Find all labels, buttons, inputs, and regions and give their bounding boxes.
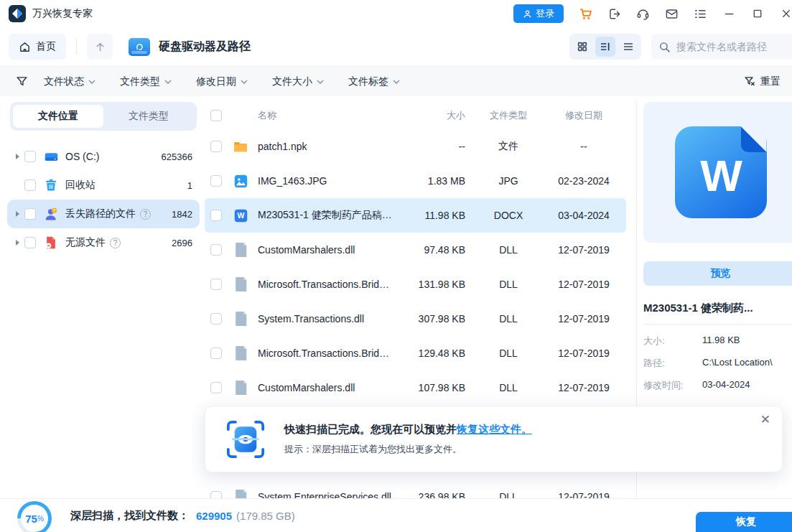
filter-label: 文件类型	[120, 75, 160, 88]
close-icon[interactable]	[779, 6, 792, 21]
list-detail-view-icon[interactable]	[595, 37, 615, 57]
dll-file-icon	[232, 276, 249, 292]
minimize-icon[interactable]	[722, 6, 736, 21]
row-checkbox[interactable]	[210, 175, 222, 187]
table-row[interactable]: IMG_1463.JPG1.83 MBJPG02-23-2024	[205, 164, 626, 198]
menu-list-icon[interactable]	[693, 6, 707, 21]
table-row[interactable]: CustomMarshalers.dll107.98 KBDLL12-07-20…	[205, 370, 626, 405]
detail-row: 路径:C:\Lost Location\	[643, 357, 792, 370]
login-button[interactable]: 登录	[513, 4, 564, 23]
view-toggle-group	[569, 34, 641, 60]
detail-label: 大小:	[643, 335, 702, 347]
chevron-down-icon	[88, 80, 95, 84]
chevron-down-icon	[241, 80, 248, 84]
banner-close-icon[interactable]: ✕	[760, 414, 770, 426]
cell-name: Microsoft.Transactions.Bridge.Dtc....	[258, 279, 393, 290]
preview-button[interactable]: 预览	[643, 261, 792, 286]
help-icon[interactable]: ?	[110, 238, 121, 248]
sidebar-item-2[interactable]: ?丢失路径的文件?1842	[7, 200, 200, 228]
chevron-down-icon	[317, 80, 324, 84]
cell-name: patch1.npk	[258, 141, 393, 152]
file-details: 大小:11.98 KB路径:C:\Lost Location\修改时间:03-0…	[643, 335, 792, 392]
titlebar-actions: 登录	[513, 4, 785, 23]
table-row[interactable]: Microsoft.Transactions.Bridge.Dtc....131…	[205, 267, 626, 302]
app-window: 万兴恢复专家 登录	[0, 0, 792, 532]
detail-label: 路径:	[643, 357, 702, 370]
table-row[interactable]: WM230531-1 健荣制药产品稿A 13V1...11.98 KBDOCX0…	[205, 198, 626, 233]
cell-type: DLL	[475, 347, 541, 359]
sidebar: 文件位置 文件类型 OS (C:)625366回收站1?丢失路径的文件?1842…	[7, 102, 200, 257]
filter-dropdown-1[interactable]: 文件类型	[120, 75, 172, 88]
column-date[interactable]: 修改日期	[541, 109, 626, 122]
sidebar-item-0[interactable]: OS (C:)625366	[7, 142, 200, 171]
recover-button[interactable]: 恢复	[696, 512, 792, 532]
banner-text: 快速扫描已完成。您现在可以预览并恢复这些文件。 提示：深层扫描正试着为您找出更多…	[284, 423, 532, 456]
cart-icon[interactable]	[578, 6, 592, 21]
item-checkbox[interactable]	[24, 179, 36, 191]
table-header: 名称 大小 文件类型 修改日期	[205, 102, 626, 129]
expand-arrow-icon[interactable]	[13, 240, 22, 246]
tab-file-location[interactable]: 文件位置	[13, 105, 103, 128]
table-row[interactable]: CustomMarshalers.dll97.48 KBDLL12-07-201…	[205, 233, 626, 267]
filter-label: 文件状态	[44, 75, 84, 88]
expand-arrow-icon[interactable]	[13, 211, 22, 217]
table-row[interactable]: System.EnterpriseServices.dll236.98 KBDL…	[205, 480, 626, 498]
row-checkbox[interactable]	[210, 141, 222, 152]
item-checkbox[interactable]	[24, 237, 36, 248]
item-label: 回收站	[65, 179, 95, 192]
detail-value: 03-04-2024	[702, 379, 750, 392]
sidebar-item-3[interactable]: 无源文件?2696	[7, 228, 200, 257]
maximize-icon[interactable]	[750, 6, 765, 21]
filter-label: 修改日期	[196, 75, 236, 88]
mail-icon[interactable]	[664, 6, 679, 21]
table-row[interactable]: System.Transactions.dll307.98 KBDLL12-07…	[205, 302, 626, 336]
list-view-icon[interactable]	[618, 37, 638, 57]
found-file-count: 629905	[196, 510, 232, 522]
tab-file-type[interactable]: 文件类型	[103, 105, 194, 128]
cell-date: 12-07-2019	[541, 313, 626, 325]
sidebar-tabs: 文件位置 文件类型	[10, 102, 197, 131]
sidebar-item-1[interactable]: 回收站1	[7, 171, 200, 200]
support-headset-icon[interactable]	[635, 6, 650, 21]
grid-view-icon[interactable]	[572, 37, 592, 57]
export-icon[interactable]	[607, 6, 621, 21]
navigate-up-button[interactable]	[87, 34, 113, 60]
cell-size: 236.98 KB	[393, 491, 465, 498]
search-input[interactable]	[676, 41, 777, 52]
banner-message: 快速扫描已完成。您现在可以预览并	[284, 423, 457, 435]
row-checkbox[interactable]	[210, 313, 222, 325]
row-checkbox[interactable]	[210, 244, 222, 256]
row-checkbox[interactable]	[210, 210, 222, 221]
item-count: 625366	[162, 151, 192, 162]
filter-dropdown-3[interactable]: 文件大小	[272, 75, 324, 88]
table-row[interactable]: patch1.npk--文件--	[205, 129, 626, 164]
item-checkbox[interactable]	[24, 208, 36, 220]
scan-eye-icon	[225, 419, 266, 459]
reset-filters-button[interactable]: 重置	[744, 75, 781, 88]
column-size[interactable]: 大小	[393, 109, 465, 122]
cell-date: 12-07-2019	[541, 244, 626, 256]
recover-files-link[interactable]: 恢复这些文件。	[457, 423, 532, 435]
item-checkbox[interactable]	[24, 151, 36, 162]
cell-size: 307.98 KB	[393, 313, 465, 325]
home-icon	[19, 41, 31, 53]
row-checkbox[interactable]	[210, 347, 222, 359]
expand-arrow-icon[interactable]	[13, 154, 22, 159]
column-type[interactable]: 文件类型	[475, 109, 541, 122]
home-button[interactable]: 首页	[9, 34, 66, 60]
row-checkbox[interactable]	[210, 491, 222, 498]
filter-dropdown-4[interactable]: 文件标签	[348, 75, 400, 88]
table-row[interactable]: Microsoft.Transactions.Bridge.Dtc....129…	[205, 336, 626, 370]
cell-name: CustomMarshalers.dll	[258, 382, 393, 393]
filter-dropdown-2[interactable]: 修改日期	[196, 75, 248, 88]
row-checkbox[interactable]	[210, 382, 222, 393]
help-icon[interactable]: ?	[140, 209, 151, 220]
folder-file-icon	[232, 139, 249, 154]
svg-text:?: ?	[52, 207, 55, 213]
item-label: OS (C:)	[65, 151, 99, 162]
select-all-checkbox[interactable]	[210, 110, 222, 121]
column-name[interactable]: 名称	[222, 109, 393, 122]
row-checkbox[interactable]	[210, 279, 222, 290]
filter-dropdown-0[interactable]: 文件状态	[44, 75, 95, 88]
scan-complete-banner: 快速扫描已完成。您现在可以预览并恢复这些文件。 提示：深层扫描正试着为您找出更多…	[205, 406, 783, 472]
